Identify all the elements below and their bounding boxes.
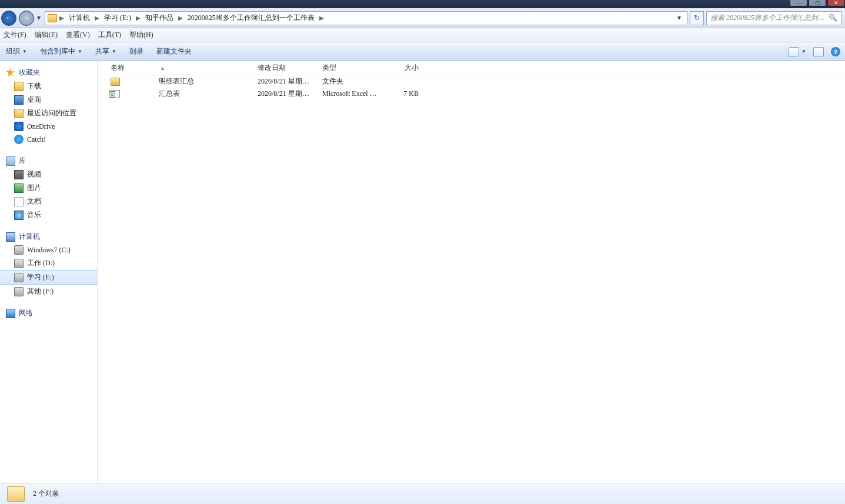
- history-dropdown[interactable]: ▾: [35, 14, 42, 22]
- chevron-right-icon[interactable]: ▶: [135, 15, 142, 21]
- sidebar-item-drive-e[interactable]: 学习 (E:): [0, 270, 97, 285]
- column-date[interactable]: 修改日期: [253, 63, 318, 73]
- chevron-down-icon: ▼: [78, 49, 82, 54]
- navigation-pane: 收藏夹 下载 桌面 最近访问的位置 OneDrive Catch! 库 视频 图…: [0, 61, 98, 483]
- preview-pane-button[interactable]: [813, 47, 824, 56]
- chevron-right-icon[interactable]: ▶: [93, 15, 101, 21]
- column-headers: 名称▲ 修改日期 类型 大小: [98, 61, 845, 75]
- document-icon: [14, 197, 24, 206]
- title-bar: — ▢ ✕: [0, 0, 845, 8]
- chevron-down-icon: ▼: [22, 49, 27, 54]
- sidebar-item-pictures[interactable]: 图片: [0, 181, 97, 195]
- column-size[interactable]: 大小: [382, 63, 423, 73]
- toolbar: 组织▼ 包含到库中▼ 共享▼ 刻录 新建文件夹 ▼ ?: [0, 42, 845, 61]
- menu-help[interactable]: 帮助(H): [129, 30, 153, 40]
- star-icon: [6, 68, 15, 78]
- search-placeholder: 搜索 20200825将多个工作簿汇总到…: [710, 13, 824, 23]
- address-bar[interactable]: ▶ 计算机 ▶ 学习 (E:) ▶ 知乎作品 ▶ 20200825将多个工作簿汇…: [45, 11, 687, 25]
- network-icon: [6, 309, 15, 318]
- sidebar-library-header[interactable]: 库: [0, 154, 97, 168]
- folder-large-icon: [7, 486, 25, 502]
- sidebar-item-recent[interactable]: 最近访问的位置: [0, 106, 97, 120]
- menu-view[interactable]: 查看(V): [66, 30, 90, 40]
- drive-icon: [14, 259, 24, 268]
- sidebar-computer-header[interactable]: 计算机: [0, 230, 97, 243]
- close-button[interactable]: ✕: [827, 0, 845, 6]
- sidebar-item-drive-d[interactable]: 工作 (D:): [0, 256, 97, 270]
- address-row: ← → ▾ ▶ 计算机 ▶ 学习 (E:) ▶ 知乎作品 ▶ 20200825将…: [0, 8, 845, 28]
- maximize-button[interactable]: ▢: [809, 0, 826, 6]
- sidebar-item-downloads[interactable]: 下载: [0, 79, 97, 93]
- drive-icon: [14, 287, 24, 296]
- breadcrumb[interactable]: 学习 (E:): [102, 13, 133, 23]
- sort-ascending-icon: ▲: [160, 65, 165, 71]
- search-input[interactable]: 搜索 20200825将多个工作簿汇总到… 🔍: [706, 11, 841, 25]
- file-date: 2020/8/21 星期…: [253, 89, 318, 99]
- chevron-right-icon[interactable]: ▶: [177, 15, 184, 21]
- sidebar-item-videos[interactable]: 视频: [0, 168, 97, 181]
- minimize-button[interactable]: —: [790, 0, 807, 6]
- sidebar-item-drive-c[interactable]: Windows7 (C:): [0, 243, 97, 256]
- organize-button[interactable]: 组织▼: [6, 46, 27, 56]
- sidebar-item-catch[interactable]: Catch!: [0, 133, 97, 146]
- column-type[interactable]: 类型: [318, 63, 382, 73]
- menu-bar: 文件(F) 编辑(E) 查看(V) 工具(T) 帮助(H): [0, 28, 845, 42]
- recent-icon: [14, 109, 24, 118]
- sidebar-item-documents[interactable]: 文档: [0, 195, 97, 208]
- music-icon: [14, 211, 24, 220]
- drive-icon: [14, 273, 24, 282]
- file-name: 汇总表: [159, 89, 180, 99]
- menu-edit[interactable]: 编辑(E): [35, 30, 58, 40]
- library-icon: [6, 156, 15, 166]
- desktop-icon: [14, 95, 24, 105]
- back-button[interactable]: ←: [1, 11, 16, 26]
- address-dropdown[interactable]: ▾: [674, 14, 684, 22]
- onedrive-icon: [14, 122, 24, 131]
- file-date: 2020/8/21 星期…: [253, 76, 318, 86]
- forward-button[interactable]: →: [19, 11, 34, 26]
- burn-button[interactable]: 刻录: [129, 46, 143, 56]
- menu-file[interactable]: 文件(F): [4, 30, 26, 40]
- help-icon[interactable]: ?: [831, 47, 840, 56]
- sidebar-item-desktop[interactable]: 桌面: [0, 93, 97, 106]
- breadcrumb[interactable]: 20200825将多个工作簿汇总到一个工作表: [185, 13, 317, 23]
- sidebar-item-drive-f[interactable]: 其他 (F:): [0, 285, 97, 298]
- column-name[interactable]: 名称▲: [106, 63, 253, 73]
- search-icon[interactable]: 🔍: [829, 14, 837, 22]
- file-list-pane[interactable]: 名称▲ 修改日期 类型 大小 明细表汇总 2020/8/21 星期… 文件夹 汇…: [98, 61, 845, 483]
- include-in-library-button[interactable]: 包含到库中▼: [40, 46, 82, 56]
- chevron-down-icon: ▼: [801, 49, 806, 54]
- computer-icon: [6, 232, 15, 242]
- picture-icon: [14, 183, 24, 193]
- breadcrumb[interactable]: 计算机: [66, 13, 92, 23]
- folder-icon: [48, 14, 57, 22]
- sidebar-network-header[interactable]: 网络: [0, 306, 97, 320]
- video-icon: [14, 170, 24, 179]
- breadcrumb[interactable]: 知乎作品: [143, 13, 176, 23]
- file-row[interactable]: 明细表汇总 2020/8/21 星期… 文件夹: [98, 75, 845, 88]
- catch-icon: [14, 135, 24, 144]
- sidebar-item-music[interactable]: 音乐: [0, 208, 97, 222]
- file-type: 文件夹: [318, 76, 382, 86]
- chevron-right-icon[interactable]: ▶: [58, 15, 65, 21]
- sidebar-favorites-header[interactable]: 收藏夹: [0, 66, 97, 79]
- file-name: 明细表汇总: [159, 76, 194, 86]
- status-text: 2 个对象: [33, 489, 59, 499]
- chevron-down-icon: ▼: [112, 49, 116, 54]
- folder-icon: [111, 78, 120, 86]
- file-row[interactable]: 汇总表 2020/8/21 星期… Microsoft Excel … 7 KB: [98, 88, 845, 100]
- chevron-right-icon[interactable]: ▶: [318, 15, 325, 21]
- new-folder-button[interactable]: 新建文件夹: [156, 46, 192, 56]
- status-bar: 2 个对象: [0, 483, 845, 504]
- refresh-button[interactable]: ↻: [690, 11, 704, 25]
- sidebar-item-onedrive[interactable]: OneDrive: [0, 120, 97, 133]
- view-mode-button[interactable]: ▼: [789, 47, 806, 56]
- main-area: 收藏夹 下载 桌面 最近访问的位置 OneDrive Catch! 库 视频 图…: [0, 61, 845, 483]
- downloads-icon: [14, 82, 24, 91]
- share-button[interactable]: 共享▼: [95, 46, 116, 56]
- excel-icon: [111, 90, 120, 98]
- file-type: Microsoft Excel …: [318, 89, 382, 98]
- menu-tools[interactable]: 工具(T): [98, 30, 121, 40]
- view-icon: [789, 47, 799, 56]
- file-size: 7 KB: [382, 89, 423, 98]
